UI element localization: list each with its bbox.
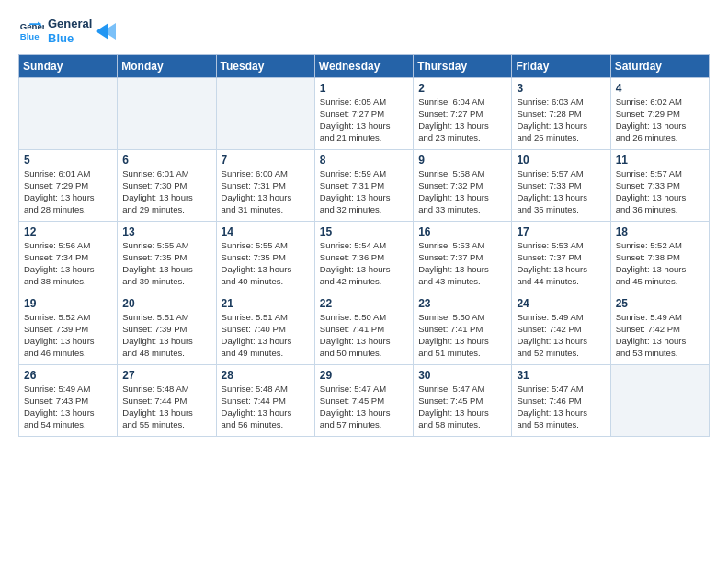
logo: General Blue General Blue <box>18 17 116 45</box>
calendar-cell: 25Sunrise: 5:49 AM Sunset: 7:42 PM Dayli… <box>610 293 709 365</box>
calendar-cell: 6Sunrise: 6:01 AM Sunset: 7:30 PM Daylig… <box>118 150 216 222</box>
day-number: 8 <box>320 154 408 167</box>
calendar-cell: 29Sunrise: 5:47 AM Sunset: 7:45 PM Dayli… <box>314 365 413 437</box>
cell-content: Sunrise: 5:52 AM Sunset: 7:38 PM Dayligh… <box>616 240 704 287</box>
day-number: 30 <box>418 369 506 382</box>
calendar-cell: 28Sunrise: 5:48 AM Sunset: 7:44 PM Dayli… <box>216 365 314 437</box>
cell-content: Sunrise: 5:51 AM Sunset: 7:40 PM Dayligh… <box>222 312 310 359</box>
week-row-1: 1Sunrise: 6:05 AM Sunset: 7:27 PM Daylig… <box>19 78 710 150</box>
calendar-header-row: SundayMondayTuesdayWednesdayThursdayFrid… <box>19 55 710 78</box>
day-number: 4 <box>616 82 704 95</box>
cell-content: Sunrise: 6:01 AM Sunset: 7:29 PM Dayligh… <box>24 168 112 215</box>
cell-content: Sunrise: 5:51 AM Sunset: 7:39 PM Dayligh… <box>122 312 210 359</box>
cell-content: Sunrise: 5:49 AM Sunset: 7:43 PM Dayligh… <box>24 384 112 431</box>
calendar-cell: 5Sunrise: 6:01 AM Sunset: 7:29 PM Daylig… <box>19 150 118 222</box>
cell-content: Sunrise: 5:47 AM Sunset: 7:45 PM Dayligh… <box>418 384 506 431</box>
day-number: 2 <box>418 82 506 95</box>
cell-content: Sunrise: 5:53 AM Sunset: 7:37 PM Dayligh… <box>517 240 605 287</box>
cell-content: Sunrise: 6:02 AM Sunset: 7:29 PM Dayligh… <box>616 97 704 144</box>
day-number: 20 <box>122 297 210 310</box>
day-number: 27 <box>122 369 210 382</box>
calendar-cell: 3Sunrise: 6:03 AM Sunset: 7:28 PM Daylig… <box>512 78 610 150</box>
calendar-cell: 30Sunrise: 5:47 AM Sunset: 7:45 PM Dayli… <box>414 365 512 437</box>
day-number: 9 <box>418 154 506 167</box>
calendar-cell: 14Sunrise: 5:55 AM Sunset: 7:35 PM Dayli… <box>216 222 314 293</box>
calendar-cell <box>610 365 709 437</box>
cell-content: Sunrise: 5:50 AM Sunset: 7:41 PM Dayligh… <box>320 312 408 359</box>
cell-content: Sunrise: 6:03 AM Sunset: 7:28 PM Dayligh… <box>517 97 605 144</box>
cell-content: Sunrise: 5:58 AM Sunset: 7:32 PM Dayligh… <box>418 168 506 215</box>
cell-content: Sunrise: 5:50 AM Sunset: 7:41 PM Dayligh… <box>418 312 506 359</box>
cell-content: Sunrise: 5:48 AM Sunset: 7:44 PM Dayligh… <box>122 384 210 431</box>
cell-content: Sunrise: 5:56 AM Sunset: 7:34 PM Dayligh… <box>24 240 112 287</box>
calendar-cell: 26Sunrise: 5:49 AM Sunset: 7:43 PM Dayli… <box>19 365 118 437</box>
day-number: 10 <box>517 154 605 167</box>
calendar-cell: 7Sunrise: 6:00 AM Sunset: 7:31 PM Daylig… <box>216 150 314 222</box>
calendar-cell: 12Sunrise: 5:56 AM Sunset: 7:34 PM Dayli… <box>19 222 118 293</box>
week-row-5: 26Sunrise: 5:49 AM Sunset: 7:43 PM Dayli… <box>19 365 710 437</box>
calendar-cell <box>118 78 216 150</box>
calendar-cell <box>216 78 314 150</box>
day-number: 24 <box>517 297 605 310</box>
cell-content: Sunrise: 6:04 AM Sunset: 7:27 PM Dayligh… <box>418 97 506 144</box>
day-number: 3 <box>517 82 605 95</box>
calendar-cell: 4Sunrise: 6:02 AM Sunset: 7:29 PM Daylig… <box>610 78 709 150</box>
day-number: 19 <box>24 297 112 310</box>
week-row-2: 5Sunrise: 6:01 AM Sunset: 7:29 PM Daylig… <box>19 150 710 222</box>
calendar-cell: 16Sunrise: 5:53 AM Sunset: 7:37 PM Dayli… <box>414 222 512 293</box>
calendar-cell: 21Sunrise: 5:51 AM Sunset: 7:40 PM Dayli… <box>216 293 314 365</box>
col-header-thursday: Thursday <box>414 55 512 78</box>
calendar-cell: 18Sunrise: 5:52 AM Sunset: 7:38 PM Dayli… <box>610 222 709 293</box>
cell-content: Sunrise: 5:52 AM Sunset: 7:39 PM Dayligh… <box>24 312 112 359</box>
calendar-cell: 13Sunrise: 5:55 AM Sunset: 7:35 PM Dayli… <box>118 222 216 293</box>
cell-content: Sunrise: 5:54 AM Sunset: 7:36 PM Dayligh… <box>320 240 408 287</box>
cell-content: Sunrise: 5:59 AM Sunset: 7:31 PM Dayligh… <box>320 168 408 215</box>
day-number: 18 <box>616 225 704 238</box>
calendar-cell: 10Sunrise: 5:57 AM Sunset: 7:33 PM Dayli… <box>512 150 610 222</box>
day-number: 13 <box>122 225 210 238</box>
calendar-cell: 11Sunrise: 5:57 AM Sunset: 7:33 PM Dayli… <box>610 150 709 222</box>
col-header-monday: Monday <box>118 55 216 78</box>
day-number: 25 <box>616 297 704 310</box>
cell-content: Sunrise: 6:01 AM Sunset: 7:30 PM Dayligh… <box>122 168 210 215</box>
cell-content: Sunrise: 5:53 AM Sunset: 7:37 PM Dayligh… <box>418 240 506 287</box>
col-header-tuesday: Tuesday <box>216 55 314 78</box>
calendar-cell <box>19 78 118 150</box>
cell-content: Sunrise: 5:48 AM Sunset: 7:44 PM Dayligh… <box>222 384 310 431</box>
cell-content: Sunrise: 5:57 AM Sunset: 7:33 PM Dayligh… <box>616 168 704 215</box>
cell-content: Sunrise: 6:05 AM Sunset: 7:27 PM Dayligh… <box>320 97 408 144</box>
logo-arrow-icon <box>96 23 116 40</box>
day-number: 12 <box>24 225 112 238</box>
day-number: 29 <box>320 369 408 382</box>
calendar-page: General Blue General Blue SundayMondayTu… <box>0 0 728 563</box>
day-number: 28 <box>222 369 310 382</box>
logo-text-blue: Blue <box>48 31 92 46</box>
cell-content: Sunrise: 5:47 AM Sunset: 7:46 PM Dayligh… <box>517 384 605 431</box>
calendar-cell: 2Sunrise: 6:04 AM Sunset: 7:27 PM Daylig… <box>414 78 512 150</box>
day-number: 14 <box>222 225 310 238</box>
calendar-cell: 27Sunrise: 5:48 AM Sunset: 7:44 PM Dayli… <box>118 365 216 437</box>
cell-content: Sunrise: 5:55 AM Sunset: 7:35 PM Dayligh… <box>122 240 210 287</box>
day-number: 7 <box>222 154 310 167</box>
svg-text:General: General <box>20 21 44 31</box>
calendar-cell: 9Sunrise: 5:58 AM Sunset: 7:32 PM Daylig… <box>414 150 512 222</box>
day-number: 17 <box>517 225 605 238</box>
cell-content: Sunrise: 5:57 AM Sunset: 7:33 PM Dayligh… <box>517 168 605 215</box>
calendar-cell: 23Sunrise: 5:50 AM Sunset: 7:41 PM Dayli… <box>414 293 512 365</box>
day-number: 31 <box>517 369 605 382</box>
cell-content: Sunrise: 5:47 AM Sunset: 7:45 PM Dayligh… <box>320 384 408 431</box>
logo-text-general: General <box>48 17 92 31</box>
cell-content: Sunrise: 5:49 AM Sunset: 7:42 PM Dayligh… <box>517 312 605 359</box>
calendar-cell: 19Sunrise: 5:52 AM Sunset: 7:39 PM Dayli… <box>19 293 118 365</box>
day-number: 22 <box>320 297 408 310</box>
col-header-saturday: Saturday <box>610 55 709 78</box>
day-number: 11 <box>616 154 704 167</box>
cell-content: Sunrise: 5:49 AM Sunset: 7:42 PM Dayligh… <box>616 312 704 359</box>
logo-icon: General Blue <box>18 18 44 44</box>
day-number: 15 <box>320 225 408 238</box>
calendar-cell: 8Sunrise: 5:59 AM Sunset: 7:31 PM Daylig… <box>314 150 413 222</box>
week-row-3: 12Sunrise: 5:56 AM Sunset: 7:34 PM Dayli… <box>19 222 710 293</box>
calendar-cell: 20Sunrise: 5:51 AM Sunset: 7:39 PM Dayli… <box>118 293 216 365</box>
day-number: 16 <box>418 225 506 238</box>
svg-text:Blue: Blue <box>20 30 40 40</box>
